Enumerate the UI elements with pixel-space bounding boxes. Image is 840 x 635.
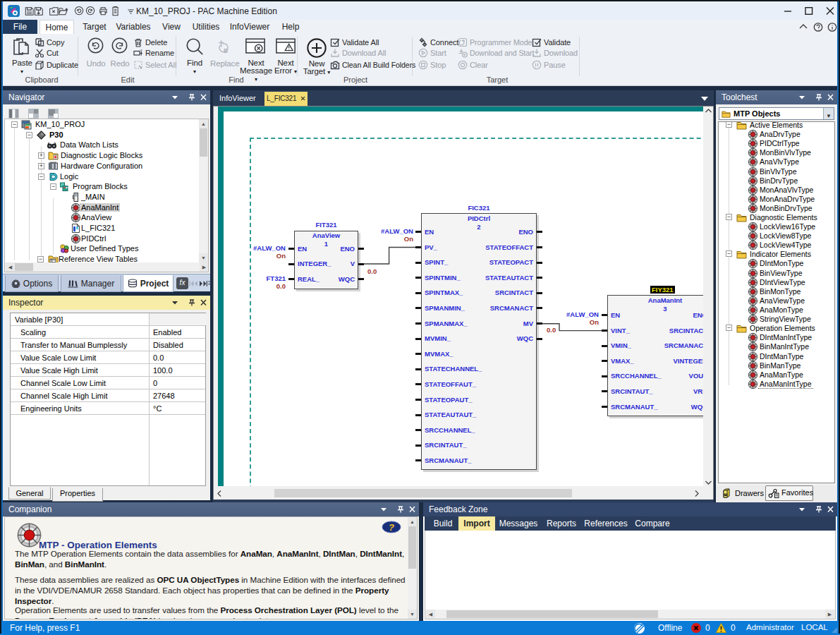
- svg-text:?: ?: [389, 522, 394, 533]
- svg-text:B: B: [224, 47, 228, 54]
